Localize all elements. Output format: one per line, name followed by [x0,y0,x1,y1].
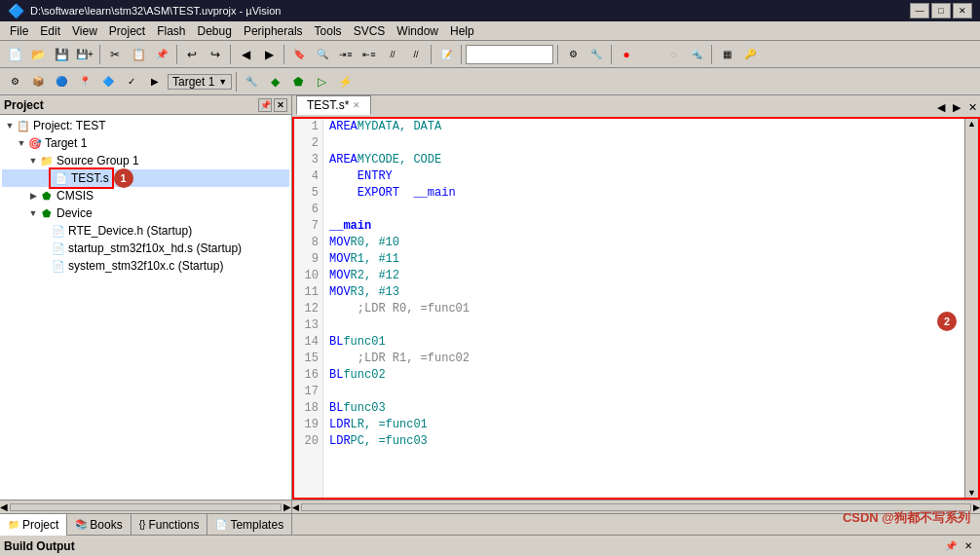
tree-rte-device[interactable]: 📄 RTE_Device.h (Startup) [2,222,289,240]
editor-tab-tests[interactable]: TEST.s* ✕ [296,95,371,115]
paste-button[interactable]: 📌 [151,44,172,65]
find-btn[interactable]: 🔍 [312,44,333,65]
menu-window[interactable]: Window [391,22,444,40]
sep7 [557,45,558,64]
global-q-input[interactable]: GLOBAL_Q [466,45,553,64]
tree-device[interactable]: ▼ ⬟ Device [2,204,289,222]
sep6 [461,45,462,64]
project-tab-label: Project [22,518,58,532]
uncomment-btn[interactable]: // [405,44,427,65]
menu-debug[interactable]: Debug [192,22,238,40]
target-icon: 🎯 [27,135,43,151]
menu-edit[interactable]: Edit [34,22,66,40]
maximize-button[interactable]: □ [931,3,951,19]
tree-system[interactable]: 📄 system_stm32f10x.c (Startup) [2,257,289,275]
tree-source-group1[interactable]: ▼ 📁 Source Group 1 [2,152,289,169]
menu-file[interactable]: File [4,22,34,40]
stop-btn[interactable]: ● [616,44,637,65]
close-button[interactable]: ✕ [953,3,972,19]
bookmark-btn[interactable]: 🔖 [288,44,310,65]
main-area: Project 📌 ✕ ▼ 📋 Project: TEST ▼ 🎯 Target… [0,95,980,513]
app-icon: 🔷 [8,3,24,19]
tree-startup-hd[interactable]: 📄 startup_stm32f10x_hd.s (Startup) [2,240,289,257]
save-all-button[interactable]: 💾+ [74,44,95,65]
cmsis-icon: ⬟ [39,188,55,204]
editor-close-icon[interactable]: ✕ [964,99,980,115]
t2-btn6[interactable]: ✓ [121,71,142,93]
wrench-btn[interactable]: 🔑 [739,44,761,65]
menu-peripherals[interactable]: Peripherals [238,22,309,40]
t2-run-btn[interactable]: ▷ [311,71,332,93]
circle2-btn[interactable]: ○ [662,44,684,65]
device-label: Device [57,206,93,220]
project-tree[interactable]: ▼ 📋 Project: TEST ▼ 🎯 Target 1 ▼ 📁 Sourc… [0,115,291,500]
t2-btn4[interactable]: 📍 [74,71,95,93]
editor-scroll-left-icon[interactable]: ◀ [292,502,299,512]
panel-header: Project 📌 ✕ [0,95,291,115]
insert-snippet-btn[interactable]: 📝 [435,44,457,65]
build-close-button[interactable]: ✕ [961,538,976,554]
tools-btn[interactable]: 🔩 [686,44,707,65]
t2-btn1[interactable]: ⚙ [4,71,25,93]
build-pin-button[interactable]: 📌 [943,538,959,554]
t2-green2-btn[interactable]: ⬟ [287,71,309,93]
panel-hscroll[interactable]: ◀ ▶ [0,500,291,513]
nav-fwd-button[interactable]: ▶ [258,44,280,65]
editor-scroll-down-icon[interactable]: ▼ [967,488,976,498]
tree-project-root[interactable]: ▼ 📋 Project: TEST [2,117,289,134]
cut-button[interactable]: ✂ [104,44,126,65]
project-root-label: Project: TEST [33,119,105,132]
tree-target1[interactable]: ▼ 🎯 Target 1 [2,134,289,152]
more-btn[interactable]: ▦ [716,44,737,65]
comment-btn[interactable]: // [382,44,403,65]
panel-pin-button[interactable]: 📌 [258,98,272,112]
sep8 [611,45,612,64]
code-editor[interactable]: AREA MYDATA, DATAAREA MYCODE, CODE ENTRY… [323,119,964,498]
editor-scroll-right-icon[interactable]: ▶ [973,502,980,512]
circle1-btn[interactable]: ○ [639,44,660,65]
menu-svcs[interactable]: SVCS [348,22,392,40]
editor-scroll-up-icon[interactable]: ▲ [967,119,976,129]
t2-green1-btn[interactable]: ◆ [264,71,285,93]
config2-btn[interactable]: 🔧 [585,44,607,65]
scroll-right-icon[interactable]: ▶ [283,501,291,512]
nav-back-button[interactable]: ◀ [235,44,256,65]
t2-btn7[interactable]: ▶ [144,71,166,93]
copy-button[interactable]: 📋 [128,44,149,65]
t2-btn3[interactable]: 🔵 [51,71,72,93]
menu-help[interactable]: Help [444,22,480,40]
t2-flash-btn[interactable]: ⚡ [334,71,356,93]
menu-view[interactable]: View [66,22,103,40]
editor-area: TEST.s* ✕ ◀ ▶ ✕ 123456789101112131415161… [292,95,980,513]
panel-close-button[interactable]: ✕ [274,98,287,112]
asm-file-icon: 📄 [54,170,69,186]
tab-close-icon[interactable]: ✕ [353,100,360,110]
unindent-btn[interactable]: ⇤≡ [358,44,380,65]
menu-tools[interactable]: Tools [309,22,348,40]
toolbar-2: ⚙ 📦 🔵 📍 🔷 ✓ ▶ Target 1 ▼ 🔧 ◆ ⬟ ▷ ⚡ [0,68,980,95]
menu-flash[interactable]: Flash [151,22,191,40]
tab-project[interactable]: 📁 Project [0,514,67,536]
expand-sourcegroup-icon: ▼ [27,156,39,166]
open-button[interactable]: 📂 [27,44,49,65]
window-title: D:\software\learn\stm32\ASM\TEST.uvprojx… [30,5,281,17]
save-button[interactable]: 💾 [51,44,72,65]
t2-btn2[interactable]: 📦 [27,71,49,93]
redo-button[interactable]: ↪ [205,44,226,65]
t2-btn5[interactable]: 🔷 [97,71,119,93]
editor-tab-left-icon[interactable]: ◀ [933,99,949,115]
tab-functions[interactable]: {} Functions [132,514,208,536]
tab-templates[interactable]: 📄 Templates [207,514,292,536]
t2-config-btn[interactable]: 🔧 [241,71,262,93]
new-file-button[interactable]: 📄 [4,44,25,65]
tree-cmsis[interactable]: ▶ ⬟ CMSIS [2,187,289,204]
config1-btn[interactable]: ⚙ [562,44,584,65]
editor-tab-right-icon[interactable]: ▶ [949,99,964,115]
tab-books[interactable]: 📚 Books [67,514,131,536]
indent-btn[interactable]: ⇥≡ [335,44,357,65]
menu-project[interactable]: Project [103,22,151,40]
scroll-left-icon[interactable]: ◀ [0,501,8,512]
tree-tests-file[interactable]: 📄 TEST.s 1 [2,169,289,187]
undo-button[interactable]: ↩ [181,44,203,65]
minimize-button[interactable]: — [910,3,929,19]
